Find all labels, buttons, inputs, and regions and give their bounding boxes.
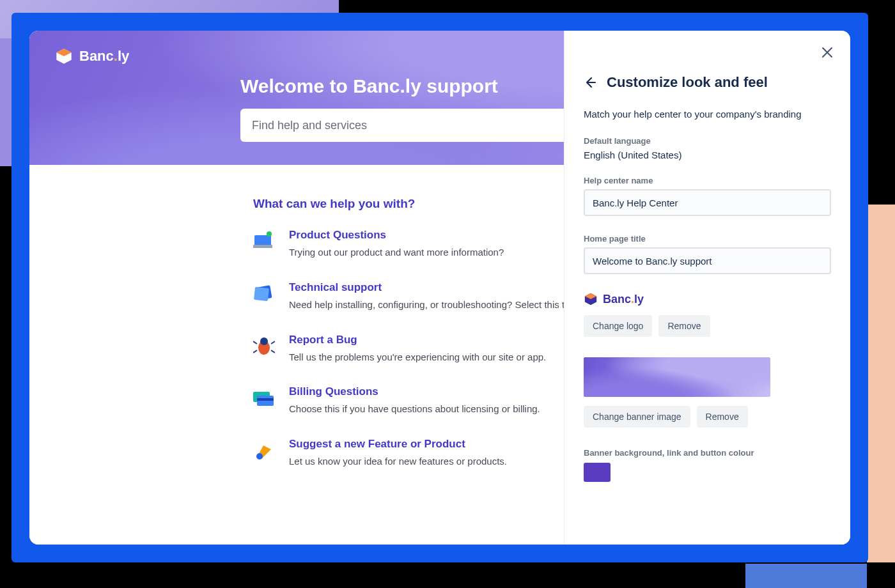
- brand-name: Banc.ly: [79, 48, 129, 65]
- bug-icon: [253, 335, 275, 357]
- svg-line-10: [271, 350, 275, 353]
- credit-card-icon: [253, 387, 275, 408]
- topic-desc: Let us know your idea for new features o…: [289, 454, 507, 468]
- megaphone-icon: [253, 439, 275, 461]
- default-language-value: English (United States): [584, 150, 831, 160]
- close-button[interactable]: [818, 43, 836, 61]
- default-language-label: Default language: [584, 136, 831, 146]
- topic-desc: Trying out our product and want more inf…: [289, 245, 504, 259]
- brand-logo-icon: [55, 47, 73, 65]
- brand-logo-icon: [584, 292, 598, 306]
- monitor-icon: [253, 230, 275, 252]
- topic-title[interactable]: Suggest a new Feature or Product: [289, 438, 507, 451]
- logo-preview: Banc.ly: [584, 292, 831, 306]
- customize-panel: Customize look and feel Match your help …: [564, 31, 850, 545]
- topic-desc: Tell us the problems you're experiencing…: [289, 350, 546, 364]
- svg-point-6: [260, 337, 268, 345]
- panel-title: Customize look and feel: [607, 74, 768, 91]
- svg-rect-4: [254, 287, 269, 301]
- svg-line-9: [253, 350, 257, 353]
- help-center-name-label: Help center name: [584, 176, 831, 185]
- change-banner-button[interactable]: Change banner image: [584, 406, 690, 428]
- topic-title[interactable]: Report a Bug: [289, 334, 546, 346]
- folder-icon: [253, 282, 275, 304]
- banner-color-label: Banner background, link and button colou…: [584, 448, 831, 458]
- home-page-title-input[interactable]: [584, 247, 831, 274]
- banner-color-swatch[interactable]: [584, 463, 611, 482]
- remove-banner-button[interactable]: Remove: [697, 406, 748, 428]
- logo-preview-text: Banc.ly: [603, 293, 644, 306]
- topic-title[interactable]: Billing Questions: [289, 385, 540, 398]
- back-button[interactable]: [584, 76, 596, 89]
- topic-title[interactable]: Technical support: [289, 281, 579, 294]
- topic-desc: Choose this if you have questions about …: [289, 402, 540, 416]
- svg-point-14: [256, 453, 263, 460]
- banner-preview: [584, 357, 770, 397]
- help-center-name-input[interactable]: [584, 189, 831, 216]
- app-frame: Banc.ly Welcome to Banc.ly support What …: [12, 13, 868, 562]
- svg-line-7: [253, 341, 257, 344]
- topic-desc: Need help installing, configuring, or tr…: [289, 298, 579, 312]
- close-icon: [821, 47, 833, 58]
- svg-point-2: [267, 231, 272, 236]
- svg-rect-1: [253, 245, 272, 248]
- change-logo-button[interactable]: Change logo: [584, 315, 652, 337]
- topic-title[interactable]: Product Questions: [289, 229, 504, 242]
- svg-rect-13: [257, 398, 274, 401]
- panel-subtitle: Match your help center to your company's…: [584, 109, 831, 120]
- svg-line-8: [271, 341, 275, 344]
- arrow-left-icon: [584, 76, 596, 89]
- help-center-preview: Banc.ly Welcome to Banc.ly support What …: [29, 31, 850, 545]
- remove-logo-button[interactable]: Remove: [658, 315, 710, 337]
- search-input[interactable]: [240, 109, 598, 142]
- home-page-title-label: Home page title: [584, 234, 831, 244]
